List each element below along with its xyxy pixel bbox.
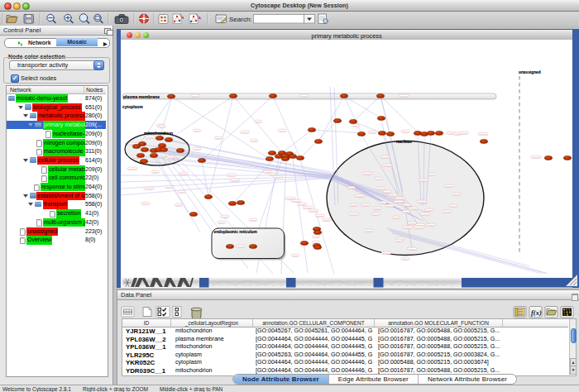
svg-text:mitochondrion: mitochondrion (144, 131, 173, 136)
svg-text:endoplasmic reticulum: endoplasmic reticulum (214, 230, 257, 234)
svg-text:cytoplasm: cytoplasm (122, 104, 143, 109)
svg-text:f(x): f(x) (531, 308, 542, 317)
svg-text:Search:: Search: (229, 16, 252, 23)
svg-text:nucleus: nucleus (396, 139, 412, 144)
svg-text:plasma membrane: plasma membrane (123, 94, 160, 99)
svg-text:unassigned: unassigned (519, 70, 541, 74)
